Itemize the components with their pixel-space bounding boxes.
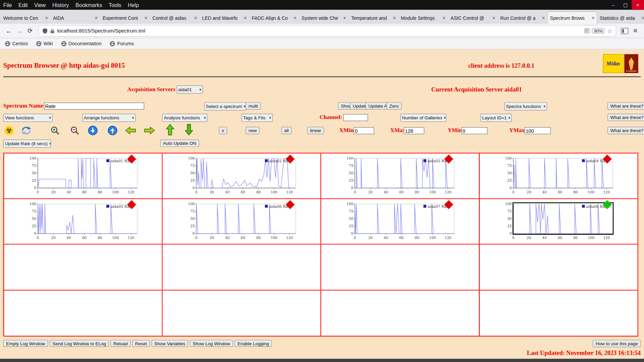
tab-close-icon[interactable]: ×	[293, 15, 297, 21]
xmax-input[interactable]	[404, 127, 424, 134]
chart-cell-aida01[interactable]: 1007550250020406080100120aida01 Rate	[4, 153, 162, 199]
spectrum-chart-aida02[interactable]: 1007550250020406080100120aida02 Rate	[184, 155, 302, 197]
green-up-arrow-icon[interactable]	[164, 124, 176, 135]
bookmark-forums[interactable]: Forums	[110, 41, 134, 46]
tab-fadc-align-co[interactable]: FADC Align & Co×	[250, 12, 299, 24]
all-button[interactable]: all	[281, 127, 292, 134]
green-right-arrow-icon[interactable]	[144, 125, 155, 136]
menu-file[interactable]: File	[0, 2, 15, 8]
tab-temperature-and[interactable]: Temperature and×	[349, 12, 398, 24]
galleries-dropdown[interactable]: Number of Galleries▾	[400, 114, 446, 122]
menu-tools[interactable]: Tools	[105, 2, 124, 8]
tab-close-icon[interactable]: ×	[343, 15, 346, 21]
reload-button[interactable]: Reload	[110, 340, 130, 347]
bookmark-centos[interactable]: Centos	[5, 41, 28, 46]
new-button[interactable]: new	[246, 127, 260, 134]
layout-id-dropdown[interactable]: Layout ID=1▾	[481, 114, 512, 122]
menu-history[interactable]: History	[49, 2, 72, 8]
tab-close-icon[interactable]: ×	[144, 15, 147, 21]
update-rate-dropdown[interactable]: Update Rate (8 secs)▾	[3, 139, 51, 147]
minimize-button[interactable]: –	[607, 0, 620, 10]
analysis-functions-dropdown[interactable]: Analysis functions▾	[162, 114, 208, 122]
chart-cell-aida02[interactable]: 1007550250020406080100120aida02 Rate	[162, 153, 321, 199]
acquisition-server-select[interactable]: aida01▾	[177, 85, 203, 94]
empty-log-window-button[interactable]: Empty Log Window	[3, 340, 48, 347]
tab-asic-control-[interactable]: ASIC Control @×	[448, 12, 497, 24]
tab-system-wide-che[interactable]: System wide Che×	[300, 12, 348, 24]
chart-cell-aida07[interactable]: 1007550250020406080100120aida07 Rate	[321, 199, 479, 244]
spectrum-chart-aida05[interactable]: 1007550250020406080100120aida05 Rate	[25, 201, 143, 243]
tab-close-icon[interactable]: ×	[393, 15, 396, 21]
menu-view[interactable]: View	[31, 2, 49, 8]
show-log-window-button[interactable]: Show Log Window	[190, 340, 233, 347]
sidebar-icon[interactable]	[620, 25, 630, 36]
refresh-icon[interactable]	[20, 125, 32, 136]
zero-button[interactable]: Zero	[386, 102, 401, 110]
ymin-input[interactable]	[461, 127, 487, 134]
bookmark-wiki[interactable]: Wiki	[36, 41, 53, 46]
spectrum-chart-aida08[interactable]: 1007550250020406080100120aida08 Rate	[501, 201, 619, 243]
back-button[interactable]: ←	[3, 25, 14, 36]
url-text[interactable]: localhost:8015/Spectrum/Spectrum.tml	[57, 28, 582, 34]
tab-close-icon[interactable]: ×	[95, 15, 98, 21]
channel-input[interactable]	[343, 114, 368, 121]
xmin-input[interactable]	[354, 127, 374, 134]
spectrum-chart-aida07[interactable]: 1007550250020406080100120aida07 Rate	[342, 201, 460, 243]
auto-update-button[interactable]: Auto Update ON	[160, 139, 199, 147]
tab-run-control-a[interactable]: Run Control @ a×	[498, 12, 547, 24]
tab-statistics-aida[interactable]: Statistics @ aida×	[598, 12, 644, 24]
tab-close-icon[interactable]: ×	[492, 15, 495, 21]
lock-icon[interactable]	[50, 28, 54, 34]
spectrum-chart-aida01[interactable]: 1007550250020406080100120aida01 Rate	[25, 155, 143, 197]
chart-cell-aida08[interactable]: 1007550250020406080100120aida08 Rate	[479, 199, 638, 244]
arrange-functions-dropdown[interactable]: Arrange functions▾	[82, 114, 136, 122]
blue-up-arrow-icon[interactable]	[107, 125, 118, 136]
view-functions-dropdown[interactable]: View functions▾	[3, 114, 53, 122]
tab-close-icon[interactable]: ×	[244, 15, 247, 21]
close-button[interactable]: ×	[632, 0, 644, 10]
tab-spectrum-brows[interactable]: Spectrum Brows×	[548, 12, 597, 24]
menu-bookmarks[interactable]: Bookmarks	[72, 2, 105, 8]
green-down-arrow-icon[interactable]	[183, 124, 195, 135]
chart-cell-aida03[interactable]: 1007550250020406080100120aida03 Rate	[321, 153, 479, 199]
how-to-use-button[interactable]: How to use this page	[593, 340, 641, 347]
bookmark-star-icon[interactable]: ☆	[607, 27, 612, 34]
radioactive-icon[interactable]: ☢	[3, 125, 15, 136]
tab-led-and-wavefo[interactable]: LED and Wavefo×	[200, 12, 249, 24]
tab-close-icon[interactable]: ×	[194, 15, 197, 21]
green-left-arrow-icon[interactable]	[125, 125, 136, 136]
x-button[interactable]: x	[219, 127, 227, 134]
what-are-these-button-2[interactable]: What are these?	[607, 114, 644, 121]
tab-close-icon[interactable]: ×	[641, 15, 644, 21]
tab-close-icon[interactable]: ×	[592, 15, 595, 21]
tab-module-settings[interactable]: Module Settings×	[399, 12, 448, 24]
shield-icon[interactable]	[42, 28, 48, 34]
chart-cell-aida06[interactable]: 1007550250020406080100120aida06 Rate	[162, 199, 321, 244]
multi-button[interactable]: multi	[246, 102, 261, 110]
send-log-window-to-elog-button[interactable]: Send Log Window to ELog	[50, 340, 109, 347]
tab-aida[interactable]: AIDA×	[51, 12, 100, 24]
chart-cell-aida05[interactable]: 1007550250020406080100120aida05 Rate	[4, 199, 162, 244]
tags-fits-dropdown[interactable]: Tags & Fits▾	[241, 114, 273, 122]
maximize-button[interactable]: ▢	[620, 0, 632, 10]
reset-button[interactable]: Reset	[132, 340, 150, 347]
spectrum-chart-aida04[interactable]: 1007550250020406080100120aida04 Rate	[501, 155, 619, 197]
spectrum-name-input[interactable]	[44, 103, 144, 110]
ymax-input[interactable]	[525, 127, 551, 134]
menu-edit[interactable]: Edit	[15, 2, 31, 8]
url-bar[interactable]: localhost:8015/Spectrum/Spectrum.tml 90%…	[39, 25, 616, 37]
bookmark-documentation[interactable]: Documentation	[61, 41, 102, 46]
reader-mode-icon[interactable]	[585, 28, 590, 33]
tab-close-icon[interactable]: ×	[542, 15, 545, 21]
spectra-functions-dropdown[interactable]: Spectra functions▾	[504, 102, 547, 110]
menu-help[interactable]: Help	[124, 2, 142, 8]
zoom-in-icon[interactable]	[49, 125, 61, 136]
tab-experiment-cont[interactable]: Experiment Cont×	[101, 12, 150, 24]
menu-icon[interactable]: ≡	[630, 27, 641, 35]
tab-close-icon[interactable]: ×	[45, 15, 48, 21]
select-spectrum-dropdown[interactable]: Select a spectrum▾	[204, 102, 246, 110]
what-are-these-button-3[interactable]: What are these?	[607, 127, 644, 134]
tab-control-aidas[interactable]: Control @ aidas×	[150, 12, 199, 24]
what-are-these-button-1[interactable]: What are these?	[607, 102, 644, 110]
tab-welcome-to-cen[interactable]: Welcome to Cen×	[1, 12, 50, 24]
